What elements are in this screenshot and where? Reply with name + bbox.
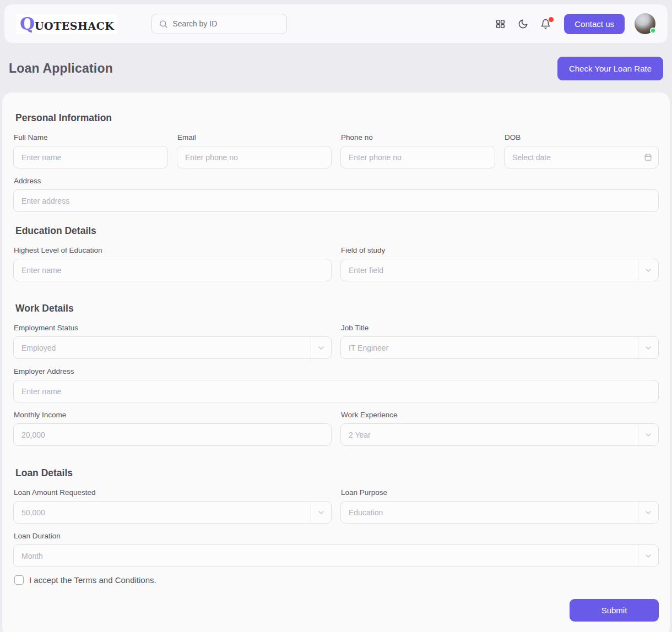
page-title: Loan Application (9, 61, 113, 76)
employment-status-select[interactable] (14, 344, 311, 352)
field-highest-education: Highest Level of Education (13, 246, 332, 281)
chevron-down-icon[interactable] (638, 545, 658, 566)
personal-info-row: Full Name Email Phone no DOB (13, 133, 659, 177)
phone-input[interactable] (341, 153, 495, 162)
loan-amount-label: Loan Amount Requested (14, 488, 332, 497)
terms-label: I accept the Terms and Conditions. (29, 575, 156, 585)
field-loan-amount: Loan Amount Requested (13, 488, 332, 524)
grid-icon (495, 19, 506, 29)
loan-duration-select[interactable] (14, 552, 638, 560)
monthly-income-input[interactable] (14, 431, 331, 439)
section-title-education-details: Education Details (15, 225, 657, 237)
field-field-of-study: Field of study (340, 246, 659, 281)
field-phone: Phone no (340, 133, 495, 168)
field-of-study-select[interactable] (341, 266, 638, 275)
field-job-title: Job Title (340, 324, 659, 359)
apps-grid-button[interactable] (494, 18, 507, 30)
online-status-dot (650, 28, 656, 34)
check-loan-rate-button[interactable]: Check Your Loan Rate (557, 57, 663, 80)
employer-address-input[interactable] (14, 387, 658, 396)
section-title-personal-information: Personal Information (15, 112, 657, 124)
chevron-down-icon[interactable] (311, 502, 331, 523)
logo-text: UOTESHACK (35, 20, 114, 32)
chevron-down-icon[interactable] (638, 259, 658, 281)
submit-row: Submit (13, 599, 659, 622)
loan-duration-label: Loan Duration (14, 532, 659, 540)
phone-label: Phone no (341, 133, 495, 141)
chevron-down-icon[interactable] (638, 502, 658, 523)
loan-amount-select[interactable] (14, 508, 311, 517)
field-loan-duration: Loan Duration (13, 532, 659, 567)
search-input[interactable] (172, 19, 280, 28)
submit-button[interactable]: Submit (570, 599, 659, 622)
field-email: Email (177, 133, 332, 168)
search-box[interactable] (151, 14, 287, 34)
work-experience-label: Work Experience (341, 411, 659, 419)
highest-education-label: Highest Level of Education (14, 246, 332, 254)
dob-label: DOB (505, 133, 659, 141)
loan-purpose-select[interactable] (341, 508, 638, 517)
job-title-label: Job Title (341, 324, 659, 332)
section-title-work-details: Work Details (15, 303, 657, 314)
terms-checkbox[interactable] (14, 575, 24, 585)
field-monthly-income: Monthly Income (13, 411, 332, 446)
chevron-down-icon[interactable] (311, 337, 331, 358)
loan-application-card: Personal Information Full Name Email Pho… (2, 92, 670, 632)
highest-education-input[interactable] (14, 266, 331, 275)
email-label: Email (177, 133, 332, 141)
terms-row: I accept the Terms and Conditions. (14, 575, 658, 585)
field-work-experience: Work Experience (340, 411, 659, 446)
loan-row-1: Loan Amount Requested Loan Purpose (13, 488, 659, 532)
field-address: Address (13, 177, 659, 212)
chevron-down-icon[interactable] (638, 424, 658, 445)
moon-icon (518, 19, 528, 29)
notification-dot (549, 17, 554, 22)
notifications-button[interactable] (539, 18, 552, 30)
field-loan-purpose: Loan Purpose (340, 488, 659, 524)
full-name-label: Full Name (14, 133, 168, 141)
employment-status-label: Employment Status (14, 324, 332, 332)
topbar-actions: Contact us (494, 13, 655, 34)
address-input[interactable] (14, 197, 658, 205)
page-head: Loan Application Check Your Loan Rate (0, 43, 672, 92)
full-name-input[interactable] (14, 153, 167, 162)
email-input[interactable] (177, 153, 331, 162)
work-row-1: Employment Status Job Title (13, 324, 659, 367)
employer-address-label: Employer Address (14, 367, 659, 375)
field-dob: DOB (504, 133, 659, 168)
monthly-income-label: Monthly Income (14, 411, 332, 419)
calendar-icon[interactable] (644, 146, 652, 168)
field-full-name: Full Name (13, 133, 168, 168)
dark-mode-button[interactable] (517, 18, 529, 30)
logo-q: Q (20, 14, 35, 34)
work-row-2: Monthly Income Work Experience (13, 411, 659, 454)
work-experience-select[interactable] (341, 431, 638, 439)
logo[interactable]: QUOTESHACK (17, 14, 117, 34)
field-employment-status: Employment Status (13, 324, 332, 359)
contact-us-button[interactable]: Contact us (564, 14, 625, 34)
topbar: QUOTESHACK Contact us (4, 4, 668, 43)
section-title-loan-details: Loan Details (15, 467, 657, 479)
search-icon (159, 19, 168, 29)
address-label: Address (14, 177, 659, 185)
job-title-select[interactable] (341, 344, 638, 352)
loan-purpose-label: Loan Purpose (341, 488, 659, 497)
education-row: Highest Level of Education Field of stud… (13, 246, 659, 290)
avatar[interactable] (635, 13, 655, 34)
chevron-down-icon[interactable] (638, 337, 658, 358)
field-employer-address: Employer Address (13, 367, 659, 402)
dob-input[interactable] (505, 153, 658, 162)
field-of-study-label: Field of study (341, 246, 659, 254)
